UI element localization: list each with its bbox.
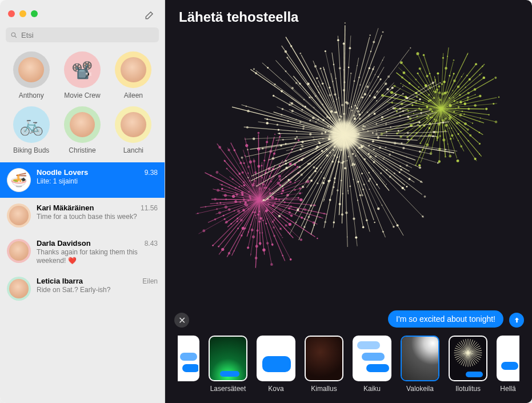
compose-button[interactable] xyxy=(144,9,155,21)
effect-option[interactable]: Valokeila xyxy=(401,336,439,393)
svg-point-307 xyxy=(262,249,265,252)
svg-point-292 xyxy=(290,258,292,261)
svg-point-746 xyxy=(241,157,243,159)
zoom-window-button[interactable] xyxy=(31,10,38,17)
svg-point-582 xyxy=(422,216,423,217)
svg-point-518 xyxy=(286,198,287,199)
svg-point-788 xyxy=(295,119,297,120)
svg-point-39 xyxy=(458,133,459,135)
svg-point-44 xyxy=(458,140,459,141)
svg-point-992 xyxy=(408,126,409,127)
svg-point-779 xyxy=(266,118,268,120)
svg-point-673 xyxy=(303,226,306,228)
effect-option[interactable]: Lasersäteet xyxy=(209,336,247,393)
svg-point-517 xyxy=(275,198,277,200)
svg-point-412 xyxy=(232,178,234,180)
conversation-item[interactable]: Darla Davidson 8.43 Thanks again for tak… xyxy=(0,233,165,271)
svg-point-624 xyxy=(348,155,350,157)
conversation-item[interactable]: 🍜 Noodle Lovers 9.38 Liite: 1 sijainti xyxy=(0,162,165,198)
svg-point-221 xyxy=(483,77,486,79)
svg-point-709 xyxy=(267,198,268,199)
pinned-contact[interactable]: Aileen xyxy=(110,51,157,99)
conversation-item[interactable]: Leticia Ibarra Eilen Ride on Sat.? Early… xyxy=(0,271,165,306)
pinned-contact[interactable]: Christine xyxy=(59,106,105,154)
svg-point-684 xyxy=(297,209,299,211)
conversation-list: 🍜 Noodle Lovers 9.38 Liite: 1 sijainti K… xyxy=(0,162,165,403)
svg-point-108 xyxy=(427,115,429,117)
svg-point-310 xyxy=(259,221,261,222)
send-button[interactable] xyxy=(509,313,524,328)
conversation-name: Kari Mäkäräinen xyxy=(37,204,94,212)
svg-point-847 xyxy=(316,77,318,79)
conversation-name: Darla Davidson xyxy=(37,239,91,248)
svg-point-875 xyxy=(339,67,341,69)
svg-point-319 xyxy=(255,217,257,218)
svg-point-650 xyxy=(337,189,339,191)
svg-point-697 xyxy=(316,167,318,169)
conversation-preview: Liite: 1 sijainti xyxy=(37,177,158,186)
svg-point-434 xyxy=(253,182,255,184)
effects-row: Lasersäteet Kova Kimallus Kaiku Valokeil… xyxy=(165,332,532,403)
svg-point-284 xyxy=(273,220,275,221)
svg-point-204 xyxy=(452,90,453,91)
effect-thumb xyxy=(497,336,519,381)
svg-point-453 xyxy=(261,165,262,166)
svg-point-638 xyxy=(345,212,348,214)
svg-point-895 xyxy=(357,65,358,66)
svg-point-198 xyxy=(446,91,448,93)
effect-thumb xyxy=(449,336,487,381)
svg-point-976 xyxy=(399,115,401,117)
svg-point-723 xyxy=(327,143,329,145)
svg-point-30 xyxy=(456,122,459,125)
svg-point-609 xyxy=(382,231,384,233)
svg-point-943 xyxy=(386,88,389,90)
svg-point-522 xyxy=(386,135,387,136)
svg-point-57 xyxy=(447,143,449,145)
svg-point-668 xyxy=(313,224,315,226)
close-effect-button[interactable]: ✕ xyxy=(174,313,189,328)
svg-point-729 xyxy=(285,163,287,165)
svg-point-726 xyxy=(285,166,287,169)
svg-point-134 xyxy=(391,102,393,103)
svg-point-977 xyxy=(414,110,415,111)
svg-point-16 xyxy=(479,121,480,122)
search-input[interactable] xyxy=(21,31,154,39)
svg-point-329 xyxy=(248,231,250,233)
svg-point-659 xyxy=(334,177,335,179)
svg-point-907 xyxy=(369,67,370,69)
close-window-button[interactable] xyxy=(8,10,15,17)
pinned-contact[interactable]: Lanchi xyxy=(110,106,157,154)
svg-point-598 xyxy=(355,155,357,157)
svg-point-646 xyxy=(341,179,342,181)
svg-point-645 xyxy=(341,162,343,163)
svg-point-421 xyxy=(218,146,221,149)
conversation-item[interactable]: Kari Mäkäräinen 11.56 Time for a touch b… xyxy=(0,198,165,233)
svg-point-184 xyxy=(437,72,439,74)
effect-option[interactable]: Kova xyxy=(257,336,295,393)
svg-point-296 xyxy=(282,255,283,257)
svg-point-379 xyxy=(219,202,221,204)
svg-point-734 xyxy=(247,177,249,178)
pinned-contact[interactable]: Anthony xyxy=(8,51,54,99)
svg-point-156 xyxy=(403,71,406,74)
svg-point-605 xyxy=(369,189,370,190)
svg-point-353 xyxy=(225,221,228,224)
pinned-contact[interactable]: 📽️ Movie Crew xyxy=(59,51,105,99)
effect-option[interactable]: Ilotulitus xyxy=(449,336,487,393)
svg-point-345 xyxy=(237,221,238,222)
svg-point-414 xyxy=(243,184,245,186)
svg-point-541 xyxy=(361,141,362,142)
svg-point-444 xyxy=(253,160,255,163)
minimize-window-button[interactable] xyxy=(19,10,26,17)
svg-point-546 xyxy=(368,145,370,147)
effect-option[interactable]: Kimallus xyxy=(305,336,343,393)
svg-point-271 xyxy=(273,210,275,212)
svg-point-762 xyxy=(296,136,298,138)
pinned-contact[interactable]: 🚲 Biking Buds xyxy=(8,106,54,154)
effect-option[interactable] xyxy=(178,336,199,385)
effect-option[interactable]: Hellä xyxy=(497,336,519,393)
svg-point-48 xyxy=(449,127,450,129)
search-field[interactable] xyxy=(6,27,159,42)
effect-option[interactable]: Kaiku xyxy=(353,336,391,393)
svg-point-778 xyxy=(302,126,305,128)
